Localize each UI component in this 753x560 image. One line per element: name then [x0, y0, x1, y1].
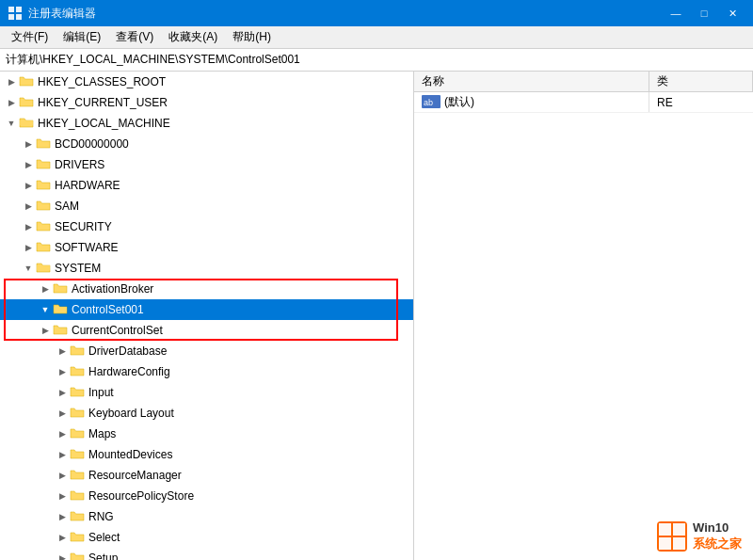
- tree-item-keyboardlayout[interactable]: ▶ Keyboard Layout: [0, 403, 413, 424]
- close-button[interactable]: ✕: [719, 0, 745, 26]
- expander-icon[interactable]: ▶: [38, 281, 53, 296]
- folder-icon: [36, 136, 55, 153]
- folder-icon: [36, 198, 55, 216]
- tree-item-label: HKEY_CLASSES_ROOT: [38, 75, 166, 88]
- watermark: Win10 系统之家: [657, 520, 742, 552]
- folder-icon: [19, 94, 38, 112]
- tree-item-activationbroker[interactable]: ▶ ActivationBroker: [0, 279, 413, 299]
- tree-item-drivers[interactable]: ▶ DRIVERS: [0, 154, 413, 175]
- tree-item-hardware[interactable]: ▶ HARDWARE: [0, 175, 413, 196]
- folder-icon: [70, 529, 88, 547]
- tree-panel[interactable]: ▶ HKEY_CLASSES_ROOT▶ HKEY_CURRENT_USER▼ …: [0, 72, 414, 560]
- folder-icon: [36, 239, 55, 257]
- tree-item-system[interactable]: ▼ SYSTEM: [0, 258, 413, 279]
- expander-icon[interactable]: ▶: [55, 426, 70, 441]
- tree-item-hkcu[interactable]: ▶ HKEY_CURRENT_USER: [0, 92, 413, 113]
- tree-item-rng[interactable]: ▶ RNG: [0, 506, 413, 527]
- expander-icon[interactable]: ▶: [21, 178, 36, 193]
- value-type-cell: RE: [649, 94, 753, 111]
- value-name-text: (默认): [444, 94, 474, 110]
- tree-item-label: HKEY_LOCAL_MACHINE: [38, 117, 170, 130]
- folder-icon: [19, 115, 38, 133]
- menu-item[interactable]: 帮助(H): [225, 26, 279, 48]
- expander-icon[interactable]: ▶: [55, 488, 70, 504]
- menu-item[interactable]: 文件(F): [4, 26, 56, 48]
- expander-icon[interactable]: ▶: [55, 385, 70, 400]
- folder-icon: [70, 405, 88, 423]
- folder-icon: [53, 301, 72, 319]
- expander-icon[interactable]: ▼: [38, 302, 53, 317]
- tree-item-setup[interactable]: ▶ Setup: [0, 548, 413, 560]
- tree-item-hkcr[interactable]: ▶ HKEY_CLASSES_ROOT: [0, 72, 413, 92]
- svg-text:ab: ab: [424, 98, 433, 107]
- expander-icon[interactable]: ▶: [55, 344, 70, 359]
- tree-item-input[interactable]: ▶ Input: [0, 382, 413, 403]
- tree-item-sam[interactable]: ▶ SAM: [0, 196, 413, 216]
- value-name-cell: ab (默认): [414, 92, 649, 112]
- svg-rect-9: [659, 537, 671, 550]
- tree-item-label: ResourcePolicyStore: [88, 489, 194, 503]
- watermark-line2: 系统之家: [693, 536, 742, 552]
- folder-icon: [53, 322, 72, 340]
- folder-icon: [70, 363, 88, 381]
- tree-item-controlset001[interactable]: ▼ ControlSet001: [0, 299, 413, 320]
- expander-icon[interactable]: ▶: [4, 74, 19, 89]
- expander-icon[interactable]: ▶: [21, 219, 36, 234]
- tree-item-select[interactable]: ▶ Select: [0, 527, 413, 548]
- tree-item-security[interactable]: ▶ SECURITY: [0, 216, 413, 237]
- tree-item-label: CurrentControlSet: [72, 324, 163, 337]
- expander-icon[interactable]: ▶: [38, 323, 53, 338]
- folder-icon: [36, 177, 55, 195]
- tree-item-mounteddevices[interactable]: ▶ MountedDevices: [0, 444, 413, 465]
- expander-icon[interactable]: ▶: [21, 199, 36, 214]
- expander-icon[interactable]: ▶: [21, 240, 36, 255]
- folder-icon: [36, 260, 55, 278]
- svg-rect-10: [673, 537, 685, 550]
- expander-icon[interactable]: ▶: [55, 406, 70, 421]
- svg-rect-3: [16, 14, 22, 20]
- menu-item[interactable]: 查看(V): [108, 26, 161, 48]
- folder-icon: [19, 73, 38, 91]
- tree-item-hardwareconfig[interactable]: ▶ HardwareConfig: [0, 361, 413, 382]
- expander-icon[interactable]: ▶: [55, 468, 70, 483]
- address-path: 计算机\HKEY_LOCAL_MACHINE\SYSTEM\ControlSet…: [6, 52, 300, 68]
- tree-item-driverdatabase[interactable]: ▶ DriverDatabase: [0, 341, 413, 361]
- expander-icon[interactable]: ▼: [21, 261, 36, 276]
- menu-item[interactable]: 收藏夹(A): [161, 26, 225, 48]
- minimize-button[interactable]: —: [663, 0, 689, 26]
- tree-item-label: ResourceManager: [88, 469, 182, 482]
- svg-rect-1: [16, 7, 22, 12]
- tree-item-label: DriverDatabase: [88, 344, 167, 358]
- expander-icon[interactable]: ▶: [21, 157, 36, 172]
- expander-icon[interactable]: ▶: [55, 447, 70, 462]
- menu-item[interactable]: 编辑(E): [56, 26, 108, 48]
- tree-item-label: BCD00000000: [55, 137, 129, 151]
- folder-icon: [36, 156, 55, 174]
- tree-item-currentcontrolset[interactable]: ▶ CurrentControlSet: [0, 320, 413, 341]
- tree-item-resourcepolicystore[interactable]: ▶ ResourcePolicyStore: [0, 486, 413, 506]
- tree-item-resourcemanager[interactable]: ▶ ResourceManager: [0, 465, 413, 486]
- svg-rect-8: [673, 523, 685, 536]
- expander-icon[interactable]: ▶: [55, 509, 70, 524]
- tree-item-software[interactable]: ▶ SOFTWARE: [0, 237, 413, 258]
- expander-icon[interactable]: ▶: [4, 95, 19, 110]
- value-row[interactable]: ab (默认)RE: [414, 92, 753, 113]
- watermark-text: Win10 系统之家: [693, 520, 742, 552]
- value-rows: ab (默认)RE: [414, 92, 753, 113]
- expander-icon[interactable]: ▶: [55, 364, 70, 379]
- col-header-type: 类: [649, 72, 753, 91]
- tree-item-label: Maps: [88, 427, 116, 440]
- folder-icon: [36, 218, 55, 236]
- expander-icon[interactable]: ▶: [21, 136, 36, 152]
- tree-item-label: ControlSet001: [72, 303, 144, 316]
- expander-icon[interactable]: ▶: [55, 551, 70, 560]
- expander-icon[interactable]: ▶: [55, 530, 70, 545]
- watermark-logo: [657, 521, 687, 552]
- app-icon: [8, 6, 23, 21]
- expander-icon[interactable]: ▼: [4, 116, 19, 131]
- tree-item-bcd[interactable]: ▶ BCD00000000: [0, 134, 413, 154]
- maximize-button[interactable]: □: [691, 0, 717, 26]
- tree-item-maps[interactable]: ▶ Maps: [0, 424, 413, 444]
- tree-item-hklm[interactable]: ▼ HKEY_LOCAL_MACHINE: [0, 113, 413, 134]
- svg-rect-7: [659, 523, 671, 536]
